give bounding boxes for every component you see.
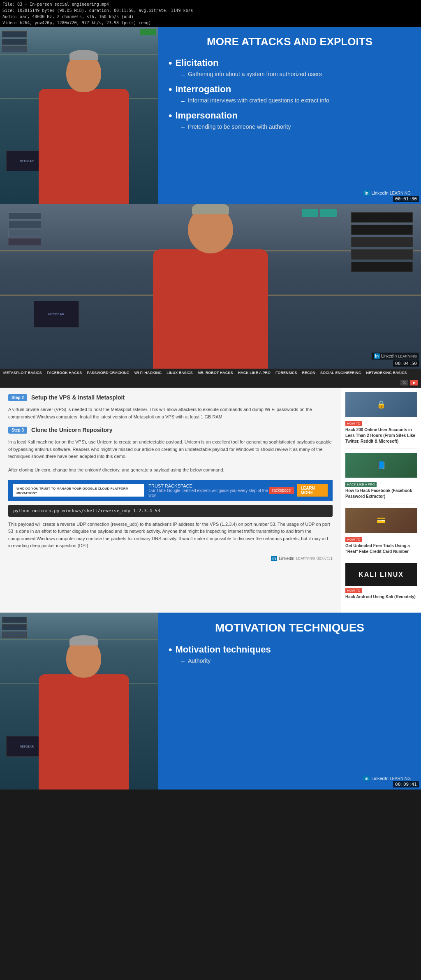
article-tag-4: HOW TO	[345, 588, 362, 593]
bullet-main-1: Elicitation	[169, 57, 411, 69]
left-equipment	[8, 212, 41, 247]
bullet-main-3-1: Motivation techniques	[169, 644, 411, 655]
nav-hack-pro[interactable]: HACK LIKE A PRO	[238, 371, 271, 375]
linkedin-watermark-2: in LinkedIn LEARNING	[372, 353, 419, 360]
ad-banner-right: rackspace LEARN MORE	[269, 484, 328, 497]
rackspace-text: rackspace	[272, 488, 291, 492]
ad-logo: WHO DO YOU TRUST TO MANAGE YOUR GOOGLE C…	[13, 484, 144, 497]
rack-3-3	[2, 632, 27, 638]
step2-body: A virtual private server (VPS) is needed…	[8, 406, 333, 420]
step2-body-text: A virtual private server (VPS) is needed…	[8, 407, 312, 419]
timestamp-2: 00:04:50	[393, 360, 419, 367]
step2-header: Step 2 Setup the VPS & Install Metasploi…	[8, 394, 333, 401]
video-panel-2: NETGEAR in LinkedIn LEAR	[0, 204, 421, 369]
decoration-top-right	[140, 29, 156, 35]
bullet-sub-3: Pretending to be someone with authority	[169, 123, 411, 131]
nav-metasploit[interactable]: METASPLOIT BASICS	[3, 371, 42, 375]
sidebar-article-1: 🔒 HOW TO Hack 200 Online User Accounts i…	[345, 392, 417, 449]
speaker-silhouette-1	[39, 53, 129, 204]
slide-title-3: MOTIVATION TECHNIQUES	[169, 621, 411, 635]
netgear-device-2: NETGEAR	[34, 301, 79, 327]
code-block: python unicorn.py windows/shell/reverse_…	[8, 505, 333, 517]
ad-text-block: TRUST RACKSPACE Our 150+ Google-certifie…	[148, 483, 269, 497]
linkedin-logo-1: in	[363, 190, 370, 196]
nav-social[interactable]: SOCIAL ENGINEERING	[320, 371, 361, 375]
linkedin-badge-1: in LinkedIn LEARNING	[169, 190, 411, 196]
file-info-line3: Audio: aac, 48000 Hz, 2 channels, s16, 1…	[2, 14, 419, 20]
learning-text-1: LEARNING	[390, 191, 411, 195]
learn-more-button[interactable]: LEARN MORE	[297, 484, 328, 497]
file-info-bar: File: 03 - In-person social engineering.…	[0, 0, 421, 27]
file-info-line1: File: 03 - In-person social engineering.…	[2, 1, 419, 7]
linkedin-logo-2: in	[374, 353, 380, 359]
learning-text-2: LEARNING	[398, 354, 417, 358]
body-after-code-text: This payload will create a reverse UDP c…	[8, 522, 330, 548]
kali-box: KALI LINUX	[345, 563, 417, 586]
sidebar: 🔒 HOW TO Hack 200 Online User Accounts i…	[341, 388, 421, 613]
content-timestamp-row: in LinkedIn LEARNING 00:07:11	[8, 556, 333, 561]
nav-wifi[interactable]: WI-FI HACKING	[134, 371, 162, 375]
nav-robot[interactable]: MR. ROBOT HACKS	[198, 371, 233, 375]
sidebar-article-2: 📘 HACK LIKE A PRO How to Hack Facebook (…	[345, 453, 417, 504]
speaker-silhouette-2	[145, 206, 276, 369]
navigation-bar: METASPLOIT BASICS FACEBOOK HACKS PASSWOR…	[0, 369, 421, 388]
file-info-line2: Size: 102815149 bytes (98.05 MiB), durat…	[2, 7, 419, 14]
linkedin-badge-3: in LinkedIn LEARNING	[169, 776, 411, 781]
ad-logo-text: WHO DO YOU TRUST TO MANAGE YOUR GOOGLE C…	[16, 487, 128, 495]
bullet-sub-2: Informal interviews with crafted questio…	[169, 97, 411, 105]
twitter-icon[interactable]: 𝕏	[400, 380, 408, 385]
youtube-icon[interactable]: ▶	[410, 380, 418, 385]
right-equipment	[351, 212, 413, 272]
bullet-sub-1: Gathering info about a system from autho…	[169, 70, 411, 79]
slide-bullet-2: Interrogation Informal interviews with c…	[169, 84, 411, 105]
bullet-sub-3-1: Authority	[169, 657, 411, 665]
ad-trust-text: TRUST RACKSPACE	[148, 483, 269, 488]
nav-linux[interactable]: LINUX BASICS	[167, 371, 193, 375]
linkedin-logo-content: in	[271, 556, 277, 561]
article-tag-2: HACK LIKE A PRO	[345, 482, 377, 487]
step3-body1-text: In a local Kali machine (or on the VPS),…	[8, 439, 332, 459]
article-title-2: How to Hack Facebook (Facebook Password …	[345, 488, 417, 499]
ad-banner: WHO DO YOU TRUST TO MANAGE YOUR GOOGLE C…	[8, 480, 333, 501]
nav-networking[interactable]: NETWORKING BASICS	[366, 371, 407, 375]
rackspace-logo: rackspace	[269, 487, 294, 494]
slide-bullet-1: Elicitation Gathering info about a syste…	[169, 57, 411, 79]
content-area: Step 2 Setup the VPS & Install Metasploi…	[0, 388, 421, 613]
file-info-line4: Video: h264, yuv420p, 1280x720, 977 kb/s…	[2, 20, 419, 26]
nav-recon[interactable]: RECON	[302, 371, 316, 375]
teal-items	[302, 209, 337, 217]
speaker-area-3: NETGEAR ROBOT HACKS	[0, 613, 158, 790]
ad-banner-left: WHO DO YOU TRUST TO MANAGE YOUR GOOGLE C…	[13, 483, 269, 497]
nav-password[interactable]: PASSWORD CRACKING	[87, 371, 129, 375]
step3-badge: Step 3	[8, 427, 27, 434]
timestamp-3: 00:09:41	[393, 781, 419, 787]
main-content: Step 2 Setup the VPS & Install Metasploi…	[0, 388, 341, 613]
rack-equipment-1	[2, 31, 27, 37]
rack-equipment-3	[2, 46, 27, 52]
slide-area-1: MORE ATTACKS AND EXPLOITS Elicitation Ga…	[158, 27, 421, 204]
article-title-1: Hack 200 Online User Accounts in Less Th…	[345, 427, 417, 444]
step3-body2-text: After cloning Unicorn, change into the u…	[8, 467, 224, 472]
nav-forensics[interactable]: FORENSICS	[275, 371, 297, 375]
step2-badge: Step 2	[8, 394, 27, 401]
body-after-code: This payload will create a reverse UDP c…	[8, 521, 333, 550]
article-img-3: 💳	[345, 508, 417, 533]
nav-facebook[interactable]: FACEBOOK HACKS	[47, 371, 82, 375]
rack-3-2	[2, 624, 27, 630]
video-panel-3: NETGEAR ROBOT HACKS MOTIVA	[0, 613, 421, 790]
article-tag-1: HOW TO	[345, 421, 362, 426]
nav-social-icons: 𝕏 ▶	[400, 380, 418, 385]
linkedin-content-text: LinkedIn	[279, 556, 294, 561]
video-panel-1: NETGEAR MORE ATTACKS AN	[0, 27, 421, 204]
learning-text-3: LEARNING	[390, 776, 411, 781]
linkedin-text-1: LinkedIn	[371, 190, 389, 195]
step3-body1: In a local Kali machine (or on the VPS),…	[8, 439, 333, 460]
step2-title: Setup the VPS & Install Metasploit	[31, 394, 125, 401]
rack-3-1	[2, 617, 27, 623]
slide-area-3: MOTIVATION TECHNIQUES Motivation techniq…	[158, 613, 421, 790]
rack-equipment-2	[2, 39, 27, 45]
ad-sub-text: Our 150+ Google-certified experts will g…	[148, 488, 269, 497]
speaker-silhouette-3	[39, 639, 129, 790]
content-timestamp: 00:07:11	[317, 556, 333, 561]
kali-text: KALI LINUX	[359, 571, 404, 578]
